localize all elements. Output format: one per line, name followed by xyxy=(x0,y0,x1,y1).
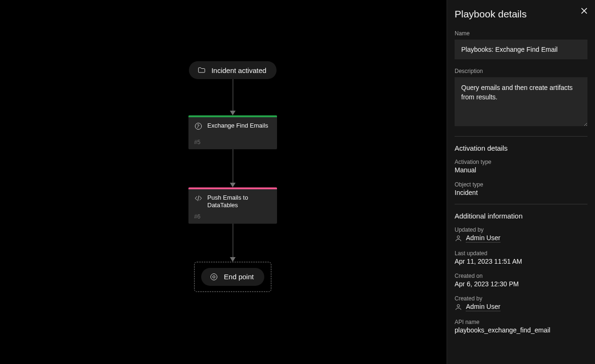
svg-point-1 xyxy=(211,274,218,280)
activation-heading: Activation details xyxy=(455,144,587,152)
connector xyxy=(230,224,236,262)
svg-point-4 xyxy=(457,305,459,307)
end-node[interactable]: End point xyxy=(201,268,264,286)
description-label: Description xyxy=(455,68,587,74)
divider xyxy=(455,136,587,137)
connector xyxy=(230,79,236,115)
user-icon xyxy=(455,303,462,311)
api-name-value: playbooks_exchange_find_email xyxy=(455,326,587,334)
api-name-label: API name xyxy=(455,319,587,325)
code-icon xyxy=(194,194,203,202)
start-node-label: Incident activated xyxy=(212,66,267,74)
created-on-value: Apr 6, 2023 12:30 PM xyxy=(455,280,587,288)
details-panel: Playbook details Name Description Activa… xyxy=(447,0,595,364)
description-input[interactable] xyxy=(455,77,587,126)
panel-title: Playbook details xyxy=(455,8,587,20)
node-title: Exchange Find Emails xyxy=(207,122,268,129)
node-title: Push Emails to DataTables xyxy=(207,194,271,210)
last-updated-label: Last updated xyxy=(455,250,587,257)
close-button[interactable] xyxy=(580,7,588,15)
updated-by-label: Updated by xyxy=(455,226,587,233)
additional-heading: Additional information xyxy=(455,212,587,220)
start-node[interactable]: Incident activated xyxy=(189,61,277,79)
created-by-label: Created by xyxy=(455,295,587,302)
last-updated-value: Apr 11, 2023 11:51 AM xyxy=(455,258,587,265)
end-node-label: End point xyxy=(224,273,253,281)
object-type-label: Object type xyxy=(455,181,587,188)
object-type-value: Incident xyxy=(455,189,587,196)
divider xyxy=(455,204,587,204)
svg-point-3 xyxy=(457,236,459,238)
connector xyxy=(230,149,236,187)
name-label: Name xyxy=(455,30,587,37)
playbook-canvas[interactable]: Incident activated Exchange Find Emails … xyxy=(0,0,447,364)
svg-rect-2 xyxy=(213,275,215,278)
activation-type-value: Manual xyxy=(455,166,587,174)
stop-icon xyxy=(210,273,218,281)
node-ref: #5 xyxy=(188,138,277,149)
node-ref: #6 xyxy=(188,212,277,224)
flow-node-exchange-find-emails[interactable]: Exchange Find Emails #5 xyxy=(188,115,277,149)
end-node-selection[interactable]: End point xyxy=(194,262,271,292)
created-on-label: Created on xyxy=(455,273,587,279)
close-icon xyxy=(580,7,588,15)
folder-icon xyxy=(197,66,206,74)
created-by-user-link[interactable]: Admin User xyxy=(466,303,500,311)
user-icon xyxy=(455,235,462,242)
updated-by-user-link[interactable]: Admin User xyxy=(466,234,500,243)
function-icon xyxy=(194,122,203,130)
name-input[interactable] xyxy=(455,40,587,59)
flow-node-push-emails[interactable]: Push Emails to DataTables #6 xyxy=(188,187,277,224)
activation-type-label: Activation type xyxy=(455,159,587,165)
